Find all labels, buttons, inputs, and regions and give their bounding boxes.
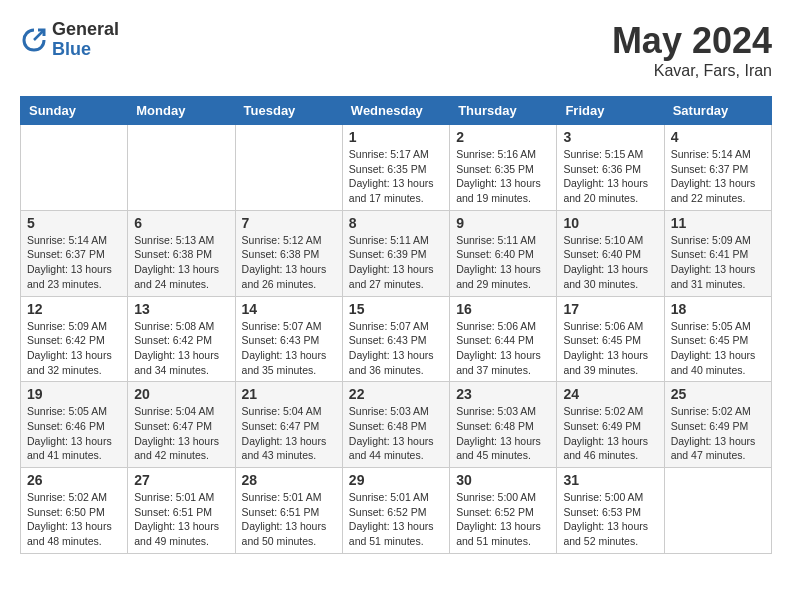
day-info: Sunrise: 5:00 AM Sunset: 6:53 PM Dayligh…: [563, 490, 657, 549]
day-info: Sunrise: 5:08 AM Sunset: 6:42 PM Dayligh…: [134, 319, 228, 378]
calendar-cell: 5Sunrise: 5:14 AM Sunset: 6:37 PM Daylig…: [21, 210, 128, 296]
calendar-cell: 30Sunrise: 5:00 AM Sunset: 6:52 PM Dayli…: [450, 468, 557, 554]
calendar-cell: 9Sunrise: 5:11 AM Sunset: 6:40 PM Daylig…: [450, 210, 557, 296]
logo-icon: [20, 26, 48, 54]
calendar-cell: 12Sunrise: 5:09 AM Sunset: 6:42 PM Dayli…: [21, 296, 128, 382]
day-info: Sunrise: 5:03 AM Sunset: 6:48 PM Dayligh…: [456, 404, 550, 463]
day-info: Sunrise: 5:00 AM Sunset: 6:52 PM Dayligh…: [456, 490, 550, 549]
day-number: 1: [349, 129, 443, 145]
day-number: 11: [671, 215, 765, 231]
day-number: 23: [456, 386, 550, 402]
calendar-cell: 20Sunrise: 5:04 AM Sunset: 6:47 PM Dayli…: [128, 382, 235, 468]
day-number: 6: [134, 215, 228, 231]
day-info: Sunrise: 5:05 AM Sunset: 6:45 PM Dayligh…: [671, 319, 765, 378]
calendar-cell: 21Sunrise: 5:04 AM Sunset: 6:47 PM Dayli…: [235, 382, 342, 468]
logo-general: General: [52, 20, 119, 40]
day-info: Sunrise: 5:07 AM Sunset: 6:43 PM Dayligh…: [242, 319, 336, 378]
calendar-body: 1Sunrise: 5:17 AM Sunset: 6:35 PM Daylig…: [21, 125, 772, 554]
day-info: Sunrise: 5:01 AM Sunset: 6:52 PM Dayligh…: [349, 490, 443, 549]
day-info: Sunrise: 5:13 AM Sunset: 6:38 PM Dayligh…: [134, 233, 228, 292]
calendar-week-5: 26Sunrise: 5:02 AM Sunset: 6:50 PM Dayli…: [21, 468, 772, 554]
day-number: 26: [27, 472, 121, 488]
day-info: Sunrise: 5:06 AM Sunset: 6:45 PM Dayligh…: [563, 319, 657, 378]
day-number: 31: [563, 472, 657, 488]
day-number: 20: [134, 386, 228, 402]
day-number: 25: [671, 386, 765, 402]
day-number: 28: [242, 472, 336, 488]
day-number: 4: [671, 129, 765, 145]
calendar-cell: 17Sunrise: 5:06 AM Sunset: 6:45 PM Dayli…: [557, 296, 664, 382]
calendar-cell: 2Sunrise: 5:16 AM Sunset: 6:35 PM Daylig…: [450, 125, 557, 211]
calendar-cell: 23Sunrise: 5:03 AM Sunset: 6:48 PM Dayli…: [450, 382, 557, 468]
logo: General Blue: [20, 20, 119, 60]
day-number: 16: [456, 301, 550, 317]
day-number: 29: [349, 472, 443, 488]
day-info: Sunrise: 5:11 AM Sunset: 6:40 PM Dayligh…: [456, 233, 550, 292]
day-number: 10: [563, 215, 657, 231]
calendar-cell: 11Sunrise: 5:09 AM Sunset: 6:41 PM Dayli…: [664, 210, 771, 296]
calendar-cell: 14Sunrise: 5:07 AM Sunset: 6:43 PM Dayli…: [235, 296, 342, 382]
day-info: Sunrise: 5:09 AM Sunset: 6:41 PM Dayligh…: [671, 233, 765, 292]
calendar-cell: 31Sunrise: 5:00 AM Sunset: 6:53 PM Dayli…: [557, 468, 664, 554]
calendar-cell: 15Sunrise: 5:07 AM Sunset: 6:43 PM Dayli…: [342, 296, 449, 382]
logo-blue: Blue: [52, 40, 119, 60]
day-info: Sunrise: 5:02 AM Sunset: 6:49 PM Dayligh…: [563, 404, 657, 463]
day-number: 27: [134, 472, 228, 488]
day-info: Sunrise: 5:14 AM Sunset: 6:37 PM Dayligh…: [671, 147, 765, 206]
title-block: May 2024 Kavar, Fars, Iran: [612, 20, 772, 80]
calendar-cell: 25Sunrise: 5:02 AM Sunset: 6:49 PM Dayli…: [664, 382, 771, 468]
day-number: 2: [456, 129, 550, 145]
calendar-week-2: 5Sunrise: 5:14 AM Sunset: 6:37 PM Daylig…: [21, 210, 772, 296]
calendar-cell: 18Sunrise: 5:05 AM Sunset: 6:45 PM Dayli…: [664, 296, 771, 382]
calendar-cell: 6Sunrise: 5:13 AM Sunset: 6:38 PM Daylig…: [128, 210, 235, 296]
day-number: 18: [671, 301, 765, 317]
day-info: Sunrise: 5:12 AM Sunset: 6:38 PM Dayligh…: [242, 233, 336, 292]
calendar-week-4: 19Sunrise: 5:05 AM Sunset: 6:46 PM Dayli…: [21, 382, 772, 468]
day-number: 12: [27, 301, 121, 317]
header-day-thursday: Thursday: [450, 97, 557, 125]
day-number: 5: [27, 215, 121, 231]
calendar-cell: [664, 468, 771, 554]
header-day-friday: Friday: [557, 97, 664, 125]
month-title: May 2024: [612, 20, 772, 62]
day-info: Sunrise: 5:03 AM Sunset: 6:48 PM Dayligh…: [349, 404, 443, 463]
header-day-saturday: Saturday: [664, 97, 771, 125]
day-number: 9: [456, 215, 550, 231]
calendar-cell: [128, 125, 235, 211]
calendar-cell: 22Sunrise: 5:03 AM Sunset: 6:48 PM Dayli…: [342, 382, 449, 468]
header-day-tuesday: Tuesday: [235, 97, 342, 125]
calendar-cell: 10Sunrise: 5:10 AM Sunset: 6:40 PM Dayli…: [557, 210, 664, 296]
day-info: Sunrise: 5:05 AM Sunset: 6:46 PM Dayligh…: [27, 404, 121, 463]
calendar-table: SundayMondayTuesdayWednesdayThursdayFrid…: [20, 96, 772, 554]
day-number: 24: [563, 386, 657, 402]
day-number: 13: [134, 301, 228, 317]
day-info: Sunrise: 5:07 AM Sunset: 6:43 PM Dayligh…: [349, 319, 443, 378]
calendar-cell: 1Sunrise: 5:17 AM Sunset: 6:35 PM Daylig…: [342, 125, 449, 211]
day-info: Sunrise: 5:06 AM Sunset: 6:44 PM Dayligh…: [456, 319, 550, 378]
day-info: Sunrise: 5:02 AM Sunset: 6:50 PM Dayligh…: [27, 490, 121, 549]
day-number: 8: [349, 215, 443, 231]
day-info: Sunrise: 5:15 AM Sunset: 6:36 PM Dayligh…: [563, 147, 657, 206]
day-info: Sunrise: 5:01 AM Sunset: 6:51 PM Dayligh…: [134, 490, 228, 549]
header-row: SundayMondayTuesdayWednesdayThursdayFrid…: [21, 97, 772, 125]
day-info: Sunrise: 5:16 AM Sunset: 6:35 PM Dayligh…: [456, 147, 550, 206]
logo-text: General Blue: [52, 20, 119, 60]
day-number: 19: [27, 386, 121, 402]
header-day-sunday: Sunday: [21, 97, 128, 125]
day-info: Sunrise: 5:11 AM Sunset: 6:39 PM Dayligh…: [349, 233, 443, 292]
day-number: 30: [456, 472, 550, 488]
location: Kavar, Fars, Iran: [612, 62, 772, 80]
day-info: Sunrise: 5:02 AM Sunset: 6:49 PM Dayligh…: [671, 404, 765, 463]
day-info: Sunrise: 5:09 AM Sunset: 6:42 PM Dayligh…: [27, 319, 121, 378]
day-number: 3: [563, 129, 657, 145]
day-number: 15: [349, 301, 443, 317]
day-info: Sunrise: 5:04 AM Sunset: 6:47 PM Dayligh…: [134, 404, 228, 463]
day-info: Sunrise: 5:01 AM Sunset: 6:51 PM Dayligh…: [242, 490, 336, 549]
day-number: 22: [349, 386, 443, 402]
page-header: General Blue May 2024 Kavar, Fars, Iran: [20, 20, 772, 80]
calendar-cell: 26Sunrise: 5:02 AM Sunset: 6:50 PM Dayli…: [21, 468, 128, 554]
calendar-cell: 24Sunrise: 5:02 AM Sunset: 6:49 PM Dayli…: [557, 382, 664, 468]
calendar-cell: 19Sunrise: 5:05 AM Sunset: 6:46 PM Dayli…: [21, 382, 128, 468]
day-number: 21: [242, 386, 336, 402]
calendar-cell: 4Sunrise: 5:14 AM Sunset: 6:37 PM Daylig…: [664, 125, 771, 211]
